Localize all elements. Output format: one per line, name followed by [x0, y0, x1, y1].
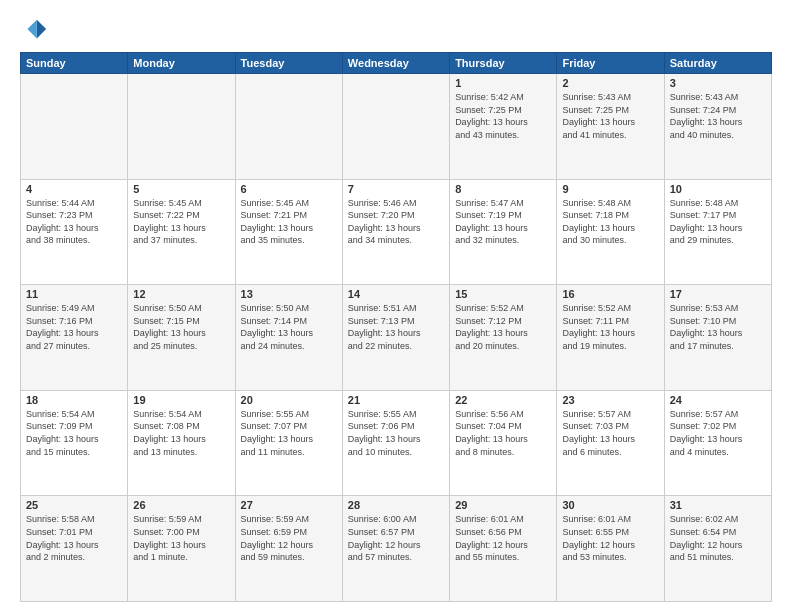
calendar-table: SundayMondayTuesdayWednesdayThursdayFrid… — [20, 52, 772, 602]
day-number: 11 — [26, 288, 122, 300]
calendar-cell: 3Sunrise: 5:43 AM Sunset: 7:24 PM Daylig… — [664, 74, 771, 180]
day-number: 8 — [455, 183, 551, 195]
calendar-cell: 20Sunrise: 5:55 AM Sunset: 7:07 PM Dayli… — [235, 390, 342, 496]
header-day-friday: Friday — [557, 53, 664, 74]
day-info: Sunrise: 5:54 AM Sunset: 7:08 PM Dayligh… — [133, 408, 229, 458]
day-info: Sunrise: 5:56 AM Sunset: 7:04 PM Dayligh… — [455, 408, 551, 458]
day-number: 1 — [455, 77, 551, 89]
calendar-cell: 25Sunrise: 5:58 AM Sunset: 7:01 PM Dayli… — [21, 496, 128, 602]
svg-marker-1 — [27, 20, 36, 39]
header-day-saturday: Saturday — [664, 53, 771, 74]
calendar-week-5: 25Sunrise: 5:58 AM Sunset: 7:01 PM Dayli… — [21, 496, 772, 602]
day-info: Sunrise: 6:00 AM Sunset: 6:57 PM Dayligh… — [348, 513, 444, 563]
calendar-cell — [342, 74, 449, 180]
day-info: Sunrise: 5:59 AM Sunset: 6:59 PM Dayligh… — [241, 513, 337, 563]
day-info: Sunrise: 5:46 AM Sunset: 7:20 PM Dayligh… — [348, 197, 444, 247]
calendar-cell: 8Sunrise: 5:47 AM Sunset: 7:19 PM Daylig… — [450, 179, 557, 285]
day-number: 5 — [133, 183, 229, 195]
logo-icon — [20, 16, 48, 44]
day-info: Sunrise: 5:53 AM Sunset: 7:10 PM Dayligh… — [670, 302, 766, 352]
day-number: 28 — [348, 499, 444, 511]
header-day-monday: Monday — [128, 53, 235, 74]
day-info: Sunrise: 5:45 AM Sunset: 7:21 PM Dayligh… — [241, 197, 337, 247]
day-number: 29 — [455, 499, 551, 511]
header — [20, 16, 772, 44]
day-number: 17 — [670, 288, 766, 300]
day-number: 6 — [241, 183, 337, 195]
day-info: Sunrise: 5:45 AM Sunset: 7:22 PM Dayligh… — [133, 197, 229, 247]
calendar-cell: 7Sunrise: 5:46 AM Sunset: 7:20 PM Daylig… — [342, 179, 449, 285]
calendar-cell: 23Sunrise: 5:57 AM Sunset: 7:03 PM Dayli… — [557, 390, 664, 496]
day-info: Sunrise: 5:58 AM Sunset: 7:01 PM Dayligh… — [26, 513, 122, 563]
calendar-cell: 1Sunrise: 5:42 AM Sunset: 7:25 PM Daylig… — [450, 74, 557, 180]
calendar-body: 1Sunrise: 5:42 AM Sunset: 7:25 PM Daylig… — [21, 74, 772, 602]
calendar-cell: 15Sunrise: 5:52 AM Sunset: 7:12 PM Dayli… — [450, 285, 557, 391]
day-info: Sunrise: 5:51 AM Sunset: 7:13 PM Dayligh… — [348, 302, 444, 352]
header-day-sunday: Sunday — [21, 53, 128, 74]
day-info: Sunrise: 5:54 AM Sunset: 7:09 PM Dayligh… — [26, 408, 122, 458]
calendar-cell: 5Sunrise: 5:45 AM Sunset: 7:22 PM Daylig… — [128, 179, 235, 285]
calendar-cell: 9Sunrise: 5:48 AM Sunset: 7:18 PM Daylig… — [557, 179, 664, 285]
calendar-cell: 14Sunrise: 5:51 AM Sunset: 7:13 PM Dayli… — [342, 285, 449, 391]
day-number: 23 — [562, 394, 658, 406]
day-number: 14 — [348, 288, 444, 300]
calendar-cell: 18Sunrise: 5:54 AM Sunset: 7:09 PM Dayli… — [21, 390, 128, 496]
day-number: 26 — [133, 499, 229, 511]
calendar-cell: 21Sunrise: 5:55 AM Sunset: 7:06 PM Dayli… — [342, 390, 449, 496]
calendar-cell: 12Sunrise: 5:50 AM Sunset: 7:15 PM Dayli… — [128, 285, 235, 391]
day-number: 30 — [562, 499, 658, 511]
day-number: 20 — [241, 394, 337, 406]
day-info: Sunrise: 5:55 AM Sunset: 7:07 PM Dayligh… — [241, 408, 337, 458]
calendar-week-2: 4Sunrise: 5:44 AM Sunset: 7:23 PM Daylig… — [21, 179, 772, 285]
calendar-cell: 2Sunrise: 5:43 AM Sunset: 7:25 PM Daylig… — [557, 74, 664, 180]
logo — [20, 16, 52, 44]
day-info: Sunrise: 5:48 AM Sunset: 7:17 PM Dayligh… — [670, 197, 766, 247]
calendar-cell: 17Sunrise: 5:53 AM Sunset: 7:10 PM Dayli… — [664, 285, 771, 391]
day-number: 24 — [670, 394, 766, 406]
day-number: 2 — [562, 77, 658, 89]
day-number: 18 — [26, 394, 122, 406]
header-day-tuesday: Tuesday — [235, 53, 342, 74]
day-number: 3 — [670, 77, 766, 89]
calendar-cell: 19Sunrise: 5:54 AM Sunset: 7:08 PM Dayli… — [128, 390, 235, 496]
calendar-week-1: 1Sunrise: 5:42 AM Sunset: 7:25 PM Daylig… — [21, 74, 772, 180]
calendar-cell: 11Sunrise: 5:49 AM Sunset: 7:16 PM Dayli… — [21, 285, 128, 391]
day-number: 7 — [348, 183, 444, 195]
calendar-cell: 28Sunrise: 6:00 AM Sunset: 6:57 PM Dayli… — [342, 496, 449, 602]
calendar-cell: 24Sunrise: 5:57 AM Sunset: 7:02 PM Dayli… — [664, 390, 771, 496]
day-info: Sunrise: 6:02 AM Sunset: 6:54 PM Dayligh… — [670, 513, 766, 563]
day-info: Sunrise: 5:59 AM Sunset: 7:00 PM Dayligh… — [133, 513, 229, 563]
day-info: Sunrise: 5:55 AM Sunset: 7:06 PM Dayligh… — [348, 408, 444, 458]
calendar-cell: 4Sunrise: 5:44 AM Sunset: 7:23 PM Daylig… — [21, 179, 128, 285]
calendar-week-3: 11Sunrise: 5:49 AM Sunset: 7:16 PM Dayli… — [21, 285, 772, 391]
svg-marker-0 — [37, 20, 46, 39]
day-number: 12 — [133, 288, 229, 300]
day-number: 10 — [670, 183, 766, 195]
day-info: Sunrise: 5:48 AM Sunset: 7:18 PM Dayligh… — [562, 197, 658, 247]
day-info: Sunrise: 5:57 AM Sunset: 7:02 PM Dayligh… — [670, 408, 766, 458]
day-number: 16 — [562, 288, 658, 300]
calendar-cell: 6Sunrise: 5:45 AM Sunset: 7:21 PM Daylig… — [235, 179, 342, 285]
calendar-week-4: 18Sunrise: 5:54 AM Sunset: 7:09 PM Dayli… — [21, 390, 772, 496]
day-info: Sunrise: 5:43 AM Sunset: 7:24 PM Dayligh… — [670, 91, 766, 141]
calendar-cell: 26Sunrise: 5:59 AM Sunset: 7:00 PM Dayli… — [128, 496, 235, 602]
day-info: Sunrise: 5:52 AM Sunset: 7:12 PM Dayligh… — [455, 302, 551, 352]
day-info: Sunrise: 5:42 AM Sunset: 7:25 PM Dayligh… — [455, 91, 551, 141]
calendar-cell: 29Sunrise: 6:01 AM Sunset: 6:56 PM Dayli… — [450, 496, 557, 602]
day-number: 19 — [133, 394, 229, 406]
calendar-cell — [235, 74, 342, 180]
calendar-header: SundayMondayTuesdayWednesdayThursdayFrid… — [21, 53, 772, 74]
day-info: Sunrise: 5:50 AM Sunset: 7:15 PM Dayligh… — [133, 302, 229, 352]
day-number: 13 — [241, 288, 337, 300]
calendar-cell — [21, 74, 128, 180]
header-row: SundayMondayTuesdayWednesdayThursdayFrid… — [21, 53, 772, 74]
day-info: Sunrise: 5:50 AM Sunset: 7:14 PM Dayligh… — [241, 302, 337, 352]
calendar-cell: 13Sunrise: 5:50 AM Sunset: 7:14 PM Dayli… — [235, 285, 342, 391]
day-number: 22 — [455, 394, 551, 406]
calendar-cell: 27Sunrise: 5:59 AM Sunset: 6:59 PM Dayli… — [235, 496, 342, 602]
calendar-cell: 31Sunrise: 6:02 AM Sunset: 6:54 PM Dayli… — [664, 496, 771, 602]
day-info: Sunrise: 6:01 AM Sunset: 6:55 PM Dayligh… — [562, 513, 658, 563]
day-number: 4 — [26, 183, 122, 195]
day-number: 31 — [670, 499, 766, 511]
calendar-cell: 10Sunrise: 5:48 AM Sunset: 7:17 PM Dayli… — [664, 179, 771, 285]
